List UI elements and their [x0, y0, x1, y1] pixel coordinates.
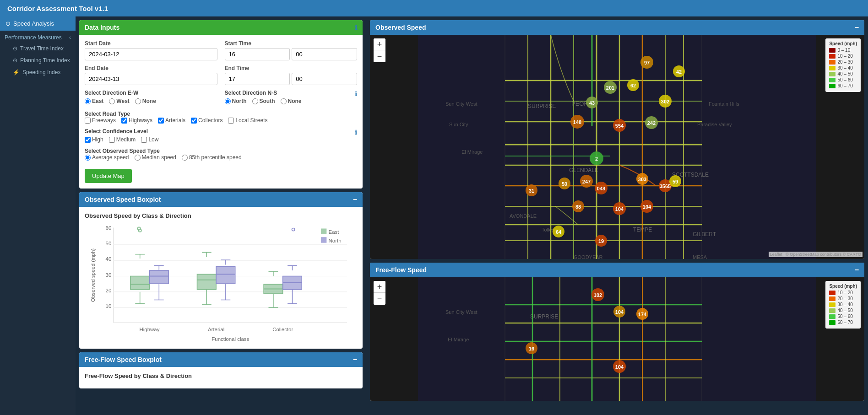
svg-text:El Mirage: El Mirage: [461, 149, 483, 155]
svg-text:Paradise Valley: Paradise Valley: [697, 122, 732, 127]
free-flow-map-title: Free-Flow Speed: [375, 266, 427, 274]
svg-text:50: 50: [106, 241, 112, 246]
speed-type-median[interactable]: Median speed: [135, 154, 176, 161]
observed-speed-map-collapse[interactable]: −: [855, 24, 859, 31]
observed-speed-boxplot-title: Observed Speed Boxplot: [85, 196, 161, 203]
svg-text:North: North: [329, 238, 342, 243]
start-time-hour[interactable]: [225, 48, 290, 60]
start-time-label: Start Time: [225, 40, 358, 47]
svg-text:242: 242: [647, 120, 656, 126]
sidebar-item-speed-analysis[interactable]: ⊙ Speed Analysis: [0, 16, 76, 31]
free-flow-boxplot-collapse[interactable]: −: [353, 356, 357, 363]
free-flow-map-svg: Sun City West El Mirage SURPRISE: [370, 277, 864, 401]
ff-legend-color-60-70: [829, 320, 835, 325]
road-type-local-streets[interactable]: Local Streets: [228, 117, 267, 124]
free-flow-map-zoom-controls: + −: [374, 281, 385, 305]
data-inputs-card: Data Inputs ℹ Start Date Start Time: [79, 20, 363, 189]
direction-south-option[interactable]: South: [252, 98, 275, 104]
road-type-freeways[interactable]: Freeways: [85, 117, 116, 124]
speed-type-average[interactable]: Average speed: [85, 154, 129, 161]
svg-text:Fountain Hills: Fountain Hills: [709, 101, 739, 107]
svg-text:60: 60: [106, 225, 112, 231]
end-time-group: End Time: [225, 65, 358, 85]
start-date-group: Start Date: [85, 40, 217, 60]
confidence-medium[interactable]: Medium: [109, 136, 136, 143]
sidebar-item-planning-time-index[interactable]: ⊙ Planning Time Index: [0, 54, 76, 66]
svg-text:MESA: MESA: [693, 254, 707, 259]
start-date-input[interactable]: [85, 48, 217, 60]
svg-text:104: 104: [615, 364, 624, 370]
sidebar-item-speeding-index[interactable]: ⚡ Speeding Index: [0, 66, 76, 78]
planning-time-index-label: Planning Time Index: [20, 57, 70, 64]
legend-label-60-70: 60 – 70: [837, 83, 852, 88]
direction-west-option[interactable]: West: [109, 98, 129, 104]
svg-text:148: 148: [573, 119, 581, 125]
legend-label-40-50: 40 – 50: [837, 71, 852, 76]
end-date-input[interactable]: [85, 73, 217, 85]
free-flow-boxplot-card: Free-Flow Speed Boxplot − Free-Flow Spee…: [79, 352, 363, 388]
svg-text:247: 247: [582, 179, 591, 184]
planning-time-index-icon: ⊙: [13, 57, 17, 64]
speed-type-section: Select Observed Speed Type Average speed…: [85, 147, 357, 161]
direction-north-option[interactable]: North: [225, 98, 247, 104]
ff-legend-item-30-40: 30 – 40: [829, 302, 857, 307]
direction-none-ns-option[interactable]: None: [281, 98, 302, 104]
legend-label-50-60: 50 – 60: [837, 77, 852, 82]
road-type-collectors[interactable]: Collectors: [191, 117, 222, 124]
sidebar-active-label: Speed Analysis: [13, 20, 54, 27]
speed-type-85th[interactable]: 85th percentile speed: [182, 154, 242, 161]
observed-map-zoom-out[interactable]: −: [374, 50, 385, 62]
observed-speed-boxplot-collapse[interactable]: −: [353, 196, 357, 203]
sidebar-item-travel-time-index[interactable]: ⊙ Travel Time Index: [0, 43, 76, 54]
start-time-minute[interactable]: [292, 48, 357, 60]
free-flow-map-zoom-out[interactable]: −: [374, 293, 385, 305]
confidence-section: Select Confidence Level ℹ High Medium Lo…: [85, 128, 357, 143]
svg-rect-31: [197, 274, 217, 289]
sidebar-collapse-icon[interactable]: ‹: [69, 34, 71, 41]
direction-ew-label: Select Direction E-W: [85, 90, 138, 96]
svg-text:19: 19: [598, 238, 604, 244]
direction-ns-info-icon[interactable]: ℹ: [355, 90, 357, 97]
svg-rect-60: [321, 237, 326, 243]
ff-legend-color-10-20: [829, 291, 835, 295]
confidence-low[interactable]: Low: [141, 136, 158, 143]
road-type-section: Select Road Type Freeways Highways Arter…: [85, 110, 357, 124]
road-type-label: Select Road Type: [85, 111, 130, 117]
ff-legend-item-20-30: 20 – 30: [829, 296, 857, 301]
observed-map-zoom-in[interactable]: +: [374, 38, 385, 50]
direction-east-option[interactable]: East: [85, 98, 103, 104]
ff-legend-color-40-50: [829, 308, 835, 313]
road-type-highways[interactable]: Highways: [121, 117, 152, 124]
observed-map-zoom-controls: + −: [374, 38, 385, 62]
data-inputs-info-icon[interactable]: ℹ: [355, 24, 357, 31]
update-map-button[interactable]: Update Map: [85, 169, 132, 183]
end-date-label: End Date: [85, 65, 217, 71]
legend-label-30-40: 30 – 40: [837, 65, 852, 70]
free-flow-map-collapse[interactable]: −: [855, 266, 859, 274]
svg-text:Collector: Collector: [272, 327, 293, 332]
road-type-arterials[interactable]: Arterials: [158, 117, 185, 124]
confidence-high[interactable]: High: [85, 136, 103, 143]
direction-none-ew-option[interactable]: None: [135, 98, 156, 104]
direction-ew-radios: East West None: [85, 98, 217, 106]
legend-label-20-30: 20 – 30: [837, 59, 852, 65]
svg-text:20: 20: [106, 288, 112, 293]
free-flow-map-container: Sun City West El Mirage SURPRISE: [370, 277, 864, 401]
end-time-hour[interactable]: [225, 73, 290, 85]
free-flow-map-zoom-in[interactable]: +: [374, 281, 385, 293]
observed-speed-map-legend: Speed (mph) 0 – 10 10 – 20 20 – 30: [825, 38, 861, 92]
observed-speed-boxplot-card: Observed Speed Boxplot − Observed Speed …: [79, 192, 363, 349]
confidence-info-icon[interactable]: ℹ: [355, 129, 357, 136]
svg-text:2: 2: [595, 156, 598, 162]
svg-rect-17: [130, 276, 150, 289]
svg-point-53: [292, 228, 294, 231]
left-panel: Data Inputs ℹ Start Date Start Time: [76, 16, 366, 415]
ff-legend-label-60-70: 60 – 70: [837, 320, 852, 325]
svg-text:3565: 3565: [660, 183, 671, 189]
sidebar-section-performance: Performance Measures ‹: [0, 31, 76, 43]
svg-text:50: 50: [562, 181, 567, 187]
end-time-minute[interactable]: [292, 73, 357, 85]
svg-text:10: 10: [106, 303, 112, 309]
legend-color-60-70: [829, 84, 835, 88]
svg-text:104: 104: [615, 206, 624, 212]
